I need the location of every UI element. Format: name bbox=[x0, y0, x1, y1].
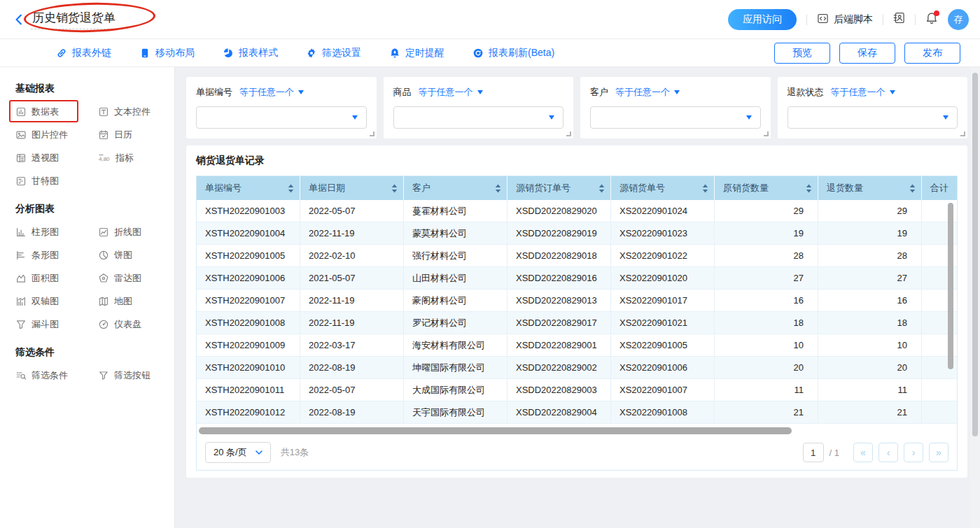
filter-widget-customer[interactable]: 客户等于任意一个 bbox=[580, 77, 771, 138]
toolbar: 报表外链移动布局报表样式筛选设置定时提醒报表刷新(Beta) 预览 保存 发布 bbox=[0, 39, 980, 67]
sidebar-item-label: 饼图 bbox=[114, 249, 132, 262]
back-button[interactable] bbox=[13, 13, 27, 27]
toolbar-item-report-external-link[interactable]: 报表外链 bbox=[56, 47, 111, 59]
table-row[interactable]: XSTH202209010052022-02-10强行材料公司XSDD20220… bbox=[197, 245, 957, 267]
toolbar-item-scheduled-reminder[interactable]: 定时提醒 bbox=[389, 47, 444, 59]
sidebar-item-column-chart[interactable]: 柱形图 bbox=[15, 226, 98, 238]
table-body: XSTH202209010032022-05-07蔓霍材料公司XSDD20220… bbox=[197, 200, 957, 424]
resize-handle[interactable] bbox=[960, 131, 965, 136]
sidebar-item-pivot-table[interactable]: 透视图 bbox=[15, 152, 98, 164]
column-header-original-sales-qty[interactable]: 原销货数量 bbox=[715, 176, 818, 200]
prev-page-button[interactable]: ‹ bbox=[878, 443, 898, 462]
table-widget[interactable]: 销货退货单记录 单据编号单据日期客户源销货订单号源销货单号原销货数量退货数量合计… bbox=[186, 145, 967, 478]
sidebar-item-label: 漏斗图 bbox=[31, 318, 59, 331]
toolbar-item-filter-settings[interactable]: 筛选设置 bbox=[306, 47, 361, 59]
filter-operator[interactable]: 等于任意一个 bbox=[615, 86, 680, 99]
table-cell: 27 bbox=[818, 267, 922, 289]
column-header-source-sales-no[interactable]: 源销货单号 bbox=[611, 176, 715, 200]
filter-select[interactable] bbox=[590, 106, 761, 129]
sidebar-item-image-widget[interactable]: 图片控件 bbox=[15, 129, 98, 141]
next-page-button[interactable]: › bbox=[904, 443, 923, 462]
sidebar-item-dual-axis-chart[interactable]: 双轴图 bbox=[15, 295, 98, 308]
table-row[interactable]: XSTH202209010122022-08-19天宇国际有限公司XSDD202… bbox=[197, 401, 957, 424]
filter-select[interactable] bbox=[393, 106, 564, 129]
preview-button[interactable]: 预览 bbox=[774, 43, 830, 64]
table-row[interactable]: XSTH202209010072022-11-19豪阁材料公司XSDD20220… bbox=[197, 290, 957, 312]
table-horizontal-scrollbar[interactable] bbox=[199, 427, 792, 434]
sidebar-item-text-widget[interactable]: 文本控件 bbox=[98, 106, 171, 118]
column-header-customer[interactable]: 客户 bbox=[404, 176, 507, 200]
last-page-button[interactable]: » bbox=[929, 443, 948, 462]
column-label: 合计 bbox=[930, 182, 948, 194]
filter-label: 单据编号 bbox=[196, 86, 232, 99]
refresh-icon bbox=[472, 48, 484, 59]
filter-select[interactable] bbox=[788, 106, 958, 129]
sidebar-item-label: 图片控件 bbox=[31, 129, 68, 141]
table-cell: XSTH20220901006 bbox=[197, 267, 300, 289]
table-row[interactable]: XSTH202209010042022-11-19蒙莫材料公司XSDD20220… bbox=[197, 222, 957, 245]
filter-label: 退款状态 bbox=[788, 86, 824, 99]
sidebar-item-map[interactable]: 地图 bbox=[98, 295, 171, 308]
app-access-button[interactable]: 应用访问 bbox=[728, 9, 797, 30]
table-row[interactable]: XSTH202209010102022-08-19坤曜国际有限公司XSDD202… bbox=[197, 357, 957, 379]
sidebar-item-area-chart[interactable]: 面积图 bbox=[15, 272, 98, 285]
column-header-doc-date[interactable]: 单据日期 bbox=[300, 176, 404, 200]
sidebar-item-bar-chart[interactable]: 条形图 bbox=[15, 249, 98, 262]
sidebar-item-gantt[interactable]: 甘特图 bbox=[15, 175, 98, 187]
sidebar-item-filter-condition[interactable]: 筛选条件 bbox=[15, 369, 98, 382]
sidebar-item-gauge[interactable]: 仪表盘 bbox=[98, 318, 171, 331]
toolbar-item-report-style[interactable]: 报表样式 bbox=[223, 47, 278, 59]
column-header-doc-number[interactable]: 单据编号 bbox=[197, 176, 300, 200]
save-button[interactable]: 保存 bbox=[839, 43, 895, 64]
filter-widget-refund-status[interactable]: 退款状态等于任意一个 bbox=[778, 77, 968, 138]
sidebar-item-data-table[interactable]: 数据表 bbox=[15, 106, 98, 118]
first-page-button[interactable]: « bbox=[853, 443, 873, 462]
page-scrollbar-thumb[interactable] bbox=[972, 73, 978, 436]
table-row[interactable]: XSTH202209010062021-05-07山田材料公司XSDD20220… bbox=[197, 267, 957, 290]
filter-select[interactable] bbox=[196, 106, 367, 129]
map-icon bbox=[98, 296, 109, 307]
table-row[interactable]: XSTH202209010032022-05-07蔓霍材料公司XSDD20220… bbox=[197, 200, 957, 222]
toolbar-item-report-refresh[interactable]: 报表刷新(Beta) bbox=[472, 47, 554, 59]
table-cell: XSDD20220829016 bbox=[507, 267, 611, 289]
column-header-source-sales-order-no[interactable]: 源销货订单号 bbox=[507, 176, 611, 200]
table-row[interactable]: XSTH202209010112022-05-07大成国际有限公司XSDD202… bbox=[197, 379, 957, 401]
sidebar-item-filter-button[interactable]: 筛选按钮 bbox=[98, 369, 171, 382]
resize-handle[interactable] bbox=[566, 131, 571, 136]
filter-label: 客户 bbox=[590, 86, 608, 99]
table-vertical-scrollbar[interactable] bbox=[948, 203, 953, 369]
filter-widget-doc-number[interactable]: 单据编号等于任意一个 bbox=[186, 77, 377, 138]
contacts-button[interactable] bbox=[893, 12, 905, 27]
sidebar-item-metric[interactable]: 4,80指标 bbox=[98, 152, 171, 164]
filter-operator[interactable]: 等于任意一个 bbox=[419, 86, 483, 99]
pagination-bar: 20 条/页 共13条 / 1 « ‹ › » bbox=[197, 438, 957, 470]
page-scrollbar[interactable] bbox=[970, 67, 980, 528]
publish-button[interactable]: 发布 bbox=[904, 43, 960, 64]
page-title[interactable]: 历史销货退货单 bbox=[31, 10, 120, 29]
table-cell: 18 bbox=[715, 312, 818, 334]
radar-chart-icon bbox=[98, 273, 109, 284]
page-size-select[interactable]: 20 条/页 bbox=[205, 442, 271, 463]
backend-script-button[interactable]: 后端脚本 bbox=[817, 13, 873, 27]
sidebar-item-funnel-chart[interactable]: 漏斗图 bbox=[15, 318, 98, 331]
column-header-total[interactable]: 合计 bbox=[922, 176, 957, 200]
table-cell: XSDD20220829003 bbox=[507, 379, 611, 401]
sidebar-item-calendar[interactable]: 日历 bbox=[98, 129, 171, 141]
notifications-button[interactable] bbox=[925, 12, 938, 27]
column-header-return-qty[interactable]: 退货数量 bbox=[818, 176, 922, 200]
filter-operator[interactable]: 等于任意一个 bbox=[831, 86, 895, 99]
page-input[interactable] bbox=[803, 443, 824, 462]
sidebar-item-radar-chart[interactable]: 雷达图 bbox=[98, 272, 171, 285]
filter-operator[interactable]: 等于任意一个 bbox=[239, 86, 304, 99]
resize-handle[interactable] bbox=[370, 131, 374, 136]
toolbar-item-mobile-layout[interactable]: 移动布局 bbox=[139, 47, 195, 59]
resize-handle[interactable] bbox=[764, 131, 769, 136]
avatar[interactable]: 存 bbox=[948, 9, 969, 30]
sidebar-item-pie-chart[interactable]: 饼图 bbox=[98, 249, 171, 262]
sidebar-section-title: 筛选条件 bbox=[15, 346, 174, 359]
sort-icon bbox=[909, 184, 916, 193]
table-row[interactable]: XSTH202209010092022-03-17海安材料有限公司XSDD202… bbox=[197, 334, 957, 357]
table-row[interactable]: XSTH202209010082022-11-19罗记材料公司XSDD20220… bbox=[197, 312, 957, 334]
filter-widget-product[interactable]: 商品等于任意一个 bbox=[384, 77, 574, 138]
sidebar-item-line-chart[interactable]: 折线图 bbox=[98, 226, 171, 238]
